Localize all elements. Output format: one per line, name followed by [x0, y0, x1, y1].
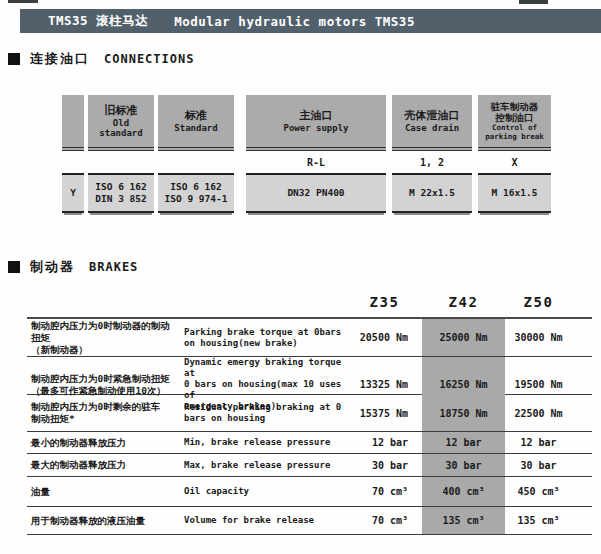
cell-parking-break: M 16x1.5 — [478, 173, 551, 213]
connections-col-case-drain: 壳体泄油口 Case drain 1, 2 M 22x1.5 — [392, 95, 472, 213]
row-label-en: Residual parking braking at 0 bars on ho… — [184, 395, 347, 431]
connections-heading: 连接油口 CONNECTIONS — [8, 50, 194, 68]
table-row: 用于制动器释放的液压油量 Volume for brake release 70… — [27, 507, 592, 535]
value-z35: 70 cm³ — [347, 477, 422, 506]
table-row: 最大的制动器释放压力 Max, brake release pressure 3… — [27, 454, 592, 477]
row-label-zh: 制动腔内压力为0时制动器的制动扭矩 （新制动器） — [27, 319, 184, 356]
spacer — [184, 286, 347, 317]
value-z35: 30 bar — [347, 454, 422, 476]
column-label-z35: Z35 — [347, 286, 422, 317]
header-power-supply-en: Power supply — [283, 123, 348, 133]
header-parking-break-zh: 驻车制动器 控制油口 — [491, 101, 539, 123]
row-label-en: Max, brake release pressure — [184, 454, 347, 476]
value-z50: 22500 Nm — [505, 395, 572, 431]
title-zh: TMS35 滚柱马达 — [48, 13, 148, 30]
row-label-zh: 用于制动器释放的液压油量 — [27, 507, 184, 534]
row-label-zh: 最小的制动器释放压力 — [27, 432, 184, 453]
header-cell-old-standard: 旧标准 Old standard — [88, 95, 154, 151]
scan-artifact-left — [8, 0, 38, 3]
sub-cell-empty — [158, 151, 234, 173]
value-z35: 70 cm³ — [347, 507, 422, 534]
connections-col-old-standard: 旧标准 Old standard ISO 6 162 DIN 3 852 — [88, 95, 154, 213]
connections-col-power-supply: 主油口 Power supply R-L DN32 PN400 — [246, 95, 386, 213]
sub-cell-power-supply: R-L — [246, 151, 386, 173]
table-row: 制动腔内压力为0时紧急制动扭矩 （最多可作紧急制动使用10次） Dynamic … — [27, 357, 592, 395]
sub-cell-empty — [88, 151, 154, 173]
connections-heading-en: CONNECTIONS — [104, 52, 194, 66]
value-z35: 15375 Nm — [347, 395, 422, 431]
header-standard-en: Standard — [174, 123, 217, 133]
value-z50: 12 bar — [505, 432, 572, 453]
row-label-zh: 油量 — [27, 477, 184, 506]
table-row: 制动腔内压力为0时剩余的驻车 制动扭矩* Residual parking br… — [27, 395, 592, 432]
connections-heading-zh: 连接油口 — [30, 50, 90, 68]
connections-col-parking-break: 驻车制动器 控制油口 Control of parking break X M … — [478, 95, 551, 213]
header-cell-case-drain: 壳体泄油口 Case drain — [392, 95, 472, 151]
value-z35: 12 bar — [347, 432, 422, 453]
table-row: 制动腔内压力为0时制动器的制动扭矩 （新制动器） Parking brake t… — [27, 319, 592, 357]
header-power-supply-zh: 主油口 — [300, 109, 333, 122]
value-z42: 12 bar — [422, 432, 505, 453]
sub-cell-parking-break: X — [478, 151, 551, 173]
cell-standard: ISO 6 162 ISO 9 974-1 — [158, 173, 234, 213]
row-label-zh: 制动腔内压力为0时剩余的驻车 制动扭矩* — [27, 395, 184, 431]
brakes-size-header: Z35 Z42 Z50 — [27, 286, 592, 317]
value-z50: 135 cm³ — [505, 507, 572, 534]
header-case-drain-zh: 壳体泄油口 — [405, 109, 460, 122]
spacer — [27, 286, 184, 317]
header-old-standard-zh: 旧标准 — [105, 104, 138, 117]
value-z50: 30000 Nm — [505, 319, 572, 356]
header-old-standard-en: Old standard — [99, 118, 142, 138]
cell-power-supply: DN32 PN400 — [246, 173, 386, 213]
square-bullet-icon — [8, 261, 20, 273]
value-z50: 450 cm³ — [505, 477, 572, 506]
sub-cell-empty — [62, 151, 84, 173]
table-row: 最小的制动器释放压力 Min, brake release pressure 1… — [27, 432, 592, 454]
brakes-table: 制动腔内压力为0时制动器的制动扭矩 （新制动器） Parking brake t… — [27, 317, 592, 535]
row-label-en: Oil capacity — [184, 477, 347, 506]
header-cell-parking-break: 驻车制动器 控制油口 Control of parking break — [478, 95, 551, 151]
header-cell-standard: 标准 Standard — [158, 95, 234, 151]
row-label-en: Parking brake torque at 0bars on housing… — [184, 319, 347, 356]
row-label-zh: 最大的制动器释放压力 — [27, 454, 184, 476]
cell-old-standard: ISO 6 162 DIN 3 852 — [88, 173, 154, 213]
column-label-z42: Z42 — [422, 286, 505, 317]
column-label-z50: Z50 — [505, 286, 572, 317]
row-label-en: Volume for brake release — [184, 507, 347, 534]
title-bar: TMS35 滚柱马达 Modular hydraulic motors TMS3… — [20, 9, 601, 33]
header-standard-zh: 标准 — [185, 109, 207, 122]
value-z50: 30 bar — [505, 454, 572, 476]
value-z42: 18750 Nm — [422, 395, 505, 431]
connections-table: Y 旧标准 Old standard ISO 6 162 DIN 3 852 标… — [62, 95, 551, 213]
brakes-heading-en: BRAKES — [89, 260, 138, 274]
scan-artifact-right — [519, 0, 548, 4]
value-z42: 30 bar — [422, 454, 505, 476]
cell-case-drain: M 22x1.5 — [392, 173, 472, 213]
title-en: Modular hydraulic motors TMS35 — [174, 14, 415, 29]
brakes-heading: 制动器 BRAKES — [8, 258, 138, 276]
connections-col-key: Y — [62, 95, 84, 213]
value-z42: 25000 Nm — [422, 319, 505, 356]
brakes-heading-zh: 制动器 — [30, 258, 75, 276]
value-z42: 135 cm³ — [422, 507, 505, 534]
sub-cell-case-drain: 1, 2 — [392, 151, 472, 173]
header-cell-empty — [62, 95, 84, 151]
cell-row-key: Y — [62, 173, 84, 213]
header-case-drain-en: Case drain — [405, 123, 459, 133]
table-row: 油量 Oil capacity 70 cm³ 400 cm³ 450 cm³ — [27, 477, 592, 507]
value-z42: 400 cm³ — [422, 477, 505, 506]
header-parking-break-en: Control of parking break — [485, 124, 544, 141]
header-cell-power-supply: 主油口 Power supply — [246, 95, 386, 151]
value-z35: 20500 Nm — [347, 319, 422, 356]
datasheet-page: TMS35 滚柱马达 Modular hydraulic motors TMS3… — [0, 0, 601, 554]
connections-col-standard: 标准 Standard ISO 6 162 ISO 9 974-1 — [158, 95, 234, 213]
square-bullet-icon — [8, 53, 20, 65]
row-label-en: Min, brake release pressure — [184, 432, 347, 453]
